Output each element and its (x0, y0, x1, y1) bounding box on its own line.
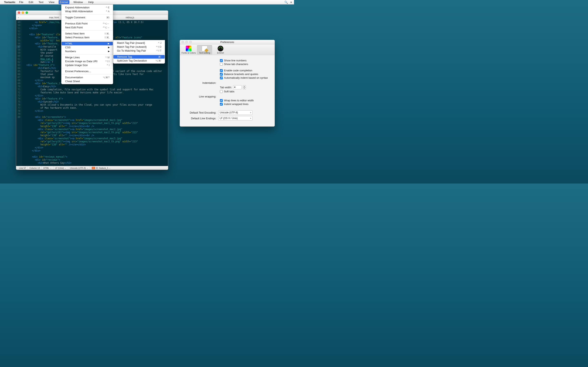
notification-center-icon[interactable]: ≡ (290, 1, 292, 4)
prefs-tab-text-editing[interactable]: Text Editing (197, 45, 212, 54)
menu-item[interactable]: Cheat Sheet (61, 79, 113, 83)
menu-item[interactable]: Split/Join Tag Declaration⌥⌘' (113, 59, 165, 63)
menu-item[interactable]: Toggle Comment⌘\ (61, 16, 113, 19)
tab-close-icon[interactable]: × (18, 16, 19, 19)
prefs-title: Preferences (220, 41, 234, 44)
check-code-completion[interactable]: Enable code completion (220, 69, 270, 72)
menu-item[interactable]: Select Previous Item⇧⌘, (61, 35, 113, 39)
check-wrap[interactable]: Wrap lines to editor width (220, 99, 270, 102)
spotlight-icon[interactable]: 🔍 (285, 1, 288, 4)
line-gutter: 4950515253545556575859606162636465666768… (16, 20, 22, 166)
endings-select[interactable]: LF (OS X / Unix) (218, 116, 252, 120)
menu-item[interactable]: Wrap With Abbreviation^ A (61, 9, 113, 13)
menu-item[interactable]: Match Tag Pair (outward)^⇧D (113, 45, 165, 49)
preferences-window: Preferences Fonts & Colors Text Editing … (180, 40, 275, 127)
menu-emmet[interactable]: Emmet (59, 0, 69, 4)
indentation-label: Indentation: (184, 81, 218, 84)
menu-item[interactable]: Match Tag Pair (inward)^ J (113, 41, 165, 45)
close-icon[interactable] (18, 11, 20, 14)
emmet-icon (218, 46, 223, 51)
prefs-titlebar[interactable]: Preferences (180, 40, 275, 44)
menubar: Textastic File Edit Text View Emmet Wind… (0, 0, 294, 4)
menu-help[interactable]: Help (87, 0, 95, 4)
menu-item[interactable]: Go To Matching Tag Pair^⇧T (113, 49, 165, 53)
emmet-dropdown: Expand Abbreviation^ EWrap With Abbrevia… (61, 4, 113, 84)
menu-item[interactable]: Documentation⌥⌘? (61, 75, 113, 79)
menu-file[interactable]: File (18, 0, 25, 4)
check-auto-indent[interactable]: Automatically indent based on syntax (220, 76, 270, 79)
menu-item[interactable]: Remove Tag⌘' (113, 55, 165, 59)
prefs-body: Show line numbers Show tab characters En… (180, 55, 275, 124)
check-tab-chars[interactable]: Show tab characters (220, 63, 270, 66)
tab-width-stepper[interactable]: ▲▼ (243, 85, 246, 89)
close-icon[interactable] (182, 41, 184, 43)
status-bar: Line 57 Column 13 HTML ⌄ LF (Unix) ⌄ Uni… (16, 166, 168, 170)
minimize-icon[interactable] (22, 11, 24, 14)
endings-label: Default Line Endings: (184, 117, 218, 120)
emmet-html-submenu: Match Tag Pair (inward)^ JMatch Tag Pair… (113, 40, 165, 64)
status-lang[interactable]: HTML ⌄ (42, 166, 53, 170)
wrap-label: Line wrapping: (184, 95, 218, 98)
menu-item[interactable]: Next Edit Point^⌥→ (61, 25, 113, 29)
check-balance[interactable]: Balance brackets and quotes (220, 73, 270, 76)
menu-item[interactable]: Expand Abbreviation^ E (61, 6, 113, 9)
prefs-toolbar: Fonts & Colors Text Editing Emmet (180, 44, 275, 55)
menu-item[interactable]: CSS▶ (61, 45, 113, 49)
prefs-tab-fonts-colors[interactable]: Fonts & Colors (181, 45, 196, 54)
encoding-label: Default Text Encoding: (184, 111, 218, 114)
status-encoding[interactable]: Unicode (UTF-8) ⌄ (68, 166, 90, 170)
tab-width-label: Tab width: (220, 86, 232, 89)
menu-item[interactable]: Merge Lines^ M (61, 55, 113, 59)
check-indent-wrapped[interactable]: Indent wrapped lines (220, 103, 270, 106)
minimize-icon[interactable] (185, 41, 188, 43)
menu-window[interactable]: Window (72, 0, 84, 4)
menubar-tray: 🔍 ≡ (285, 1, 292, 4)
status-line-endings[interactable]: LF (Unix) ⌄ (53, 166, 68, 170)
menu-item[interactable]: HTML▶ (61, 42, 113, 45)
prefs-tab-emmet[interactable]: Emmet (213, 45, 228, 54)
menu-item[interactable]: Previous Edit Point^⌥← (61, 22, 113, 25)
check-soft-tabs[interactable]: Soft tabs (220, 90, 270, 93)
tab-width-input[interactable] (233, 85, 242, 89)
text-editing-icon (202, 46, 208, 51)
encoding-select[interactable]: Unicode (UTF-8) (218, 110, 252, 115)
menu-view[interactable]: View (48, 0, 56, 4)
menu-item[interactable]: Encode Image as Data URI^⇧I (61, 59, 113, 63)
menu-item[interactable]: Numbers▶ (61, 49, 113, 53)
status-symbol[interactable]: <>ID: feature_1 ⌄ (90, 166, 112, 170)
menu-item[interactable]: Select Next Item⇧⌘. (61, 32, 113, 35)
check-line-numbers[interactable]: Show line numbers (220, 59, 270, 62)
status-line: Line 57 (17, 166, 28, 170)
menu-item[interactable]: Update Image Size^ I (61, 63, 113, 67)
zoom-icon[interactable] (189, 41, 192, 43)
menu-item[interactable]: Emmet Preferences… (61, 69, 113, 73)
app-name[interactable]: Textastic (4, 1, 15, 4)
fonts-colors-icon (186, 46, 191, 51)
menu-edit[interactable]: Edit (27, 0, 34, 4)
menu-text[interactable]: Text (37, 0, 45, 4)
zoom-icon[interactable] (26, 11, 28, 14)
status-col: Column 13 (28, 166, 42, 170)
